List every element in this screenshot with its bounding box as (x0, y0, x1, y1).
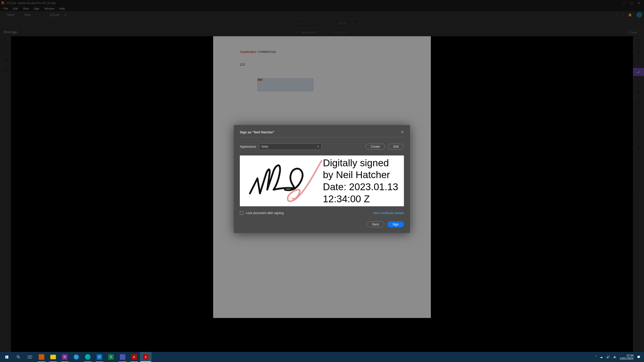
signature-svg (240, 155, 323, 206)
taskbar-clock[interactable]: 12:34 13/01/2023 (620, 354, 633, 360)
tray-volume-icon[interactable]: 🔊 (606, 355, 610, 359)
preview-line-1: Digitally signed (323, 157, 402, 169)
windows-taskbar: N O X A A ˄ ☁ 🔊 🖧 12:34 13/01/2023 💬 (0, 352, 644, 362)
windows-icon (5, 355, 9, 359)
taskbar-app-acrobat-1[interactable]: A (128, 352, 140, 362)
taskbar-app-presentation[interactable] (36, 352, 47, 362)
svg-point-22 (17, 356, 19, 358)
start-button[interactable] (1, 352, 13, 362)
taskbar-app-outlook[interactable]: O (94, 352, 105, 362)
lock-document-label: Lock document after signing (246, 211, 284, 215)
task-view-icon (28, 355, 32, 359)
taskbar-search[interactable] (13, 352, 24, 362)
edit-button[interactable]: Edit (388, 144, 404, 150)
view-certificate-link[interactable]: View Certificate Details (373, 211, 404, 215)
preview-line-3: Date: 2023.01.13 (323, 181, 402, 193)
search-icon (16, 355, 20, 359)
tray-chevron-icon[interactable]: ˄ (595, 355, 596, 359)
taskbar-app-onenote[interactable]: N (59, 352, 70, 362)
signature-text-block: Digitally signed by Neil Hatcher Date: 2… (323, 155, 404, 206)
svg-rect-24 (30, 356, 32, 358)
sign-dialog: Sign as "Neil Hatcher" ✕ Appearance Nell… (234, 125, 410, 233)
preview-line-4: 12:34:00 Z (323, 193, 402, 205)
appearance-value: Nelly (261, 145, 268, 148)
notification-center-icon[interactable]: 💬 (637, 355, 640, 359)
svg-rect-23 (28, 356, 30, 358)
taskbar-app-excel[interactable]: X (105, 352, 117, 362)
appearance-label: Appearance (240, 145, 256, 148)
signature-image (240, 155, 323, 206)
task-view[interactable] (24, 352, 36, 362)
preview-line-2: by Neil Hatcher (323, 169, 402, 181)
taskbar-app-snip[interactable] (70, 352, 82, 362)
taskbar-app-acrobat-2[interactable]: A (140, 352, 151, 362)
dialog-close-button[interactable]: ✕ (401, 130, 404, 134)
appearance-select[interactable]: Nelly ▼ (259, 143, 322, 150)
back-button[interactable]: Back (367, 221, 384, 227)
dialog-title: Sign as "Neil Hatcher" (240, 130, 275, 134)
tray-cloud-icon[interactable]: ☁ (600, 355, 603, 359)
tray-network-icon[interactable]: 🖧 (613, 355, 616, 358)
create-button[interactable]: Create (365, 144, 385, 150)
clock-date: 13/01/2023 (620, 357, 633, 360)
taskbar-app-explorer[interactable] (47, 352, 59, 362)
sign-button[interactable]: Sign (387, 221, 404, 227)
chevron-down-icon: ▼ (317, 145, 319, 148)
clock-time: 12:34 (620, 354, 633, 357)
lock-document-checkbox[interactable] (240, 211, 243, 215)
taskbar-app-teams[interactable] (117, 352, 128, 362)
taskbar-app-edge[interactable] (82, 352, 94, 362)
signature-preview: Digitally signed by Neil Hatcher Date: 2… (240, 155, 404, 206)
